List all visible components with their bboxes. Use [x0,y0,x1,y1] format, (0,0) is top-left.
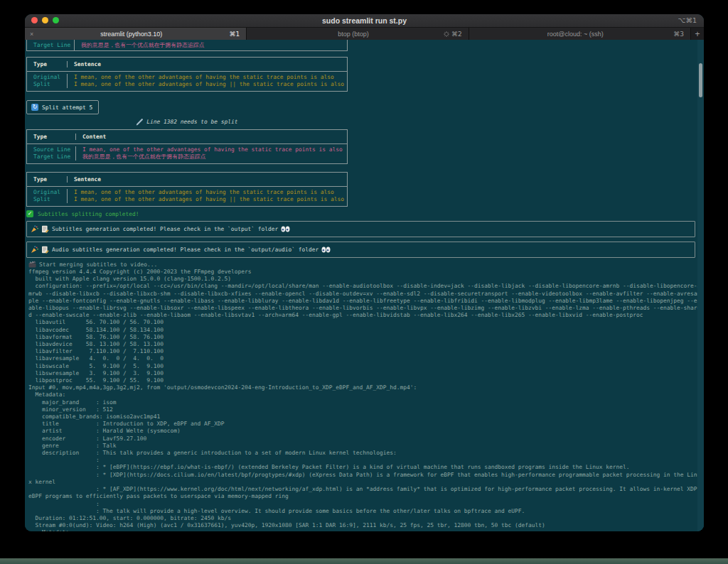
column-header: Sentence [67,176,347,183]
table-cell-type: Split [33,196,67,203]
column-header: Type [27,61,67,67]
merge-message-row: Start merging subtitles to video... [28,261,157,268]
tab-close-icon[interactable]: × [25,31,49,38]
split-result-table-1: Type Sentence Original Split I mean, one… [26,57,348,92]
minimize-window-button[interactable] [42,17,48,23]
new-tab-button[interactable]: + [691,28,704,40]
eyes-icon [281,226,290,232]
split-result-table-2: Type Sentence Original Split I mean, one… [26,172,348,207]
clapperboard-icon [28,261,36,268]
ffmpeg-output: ffmpeg version 4.4.4 Copyright (c) 2000-… [28,269,700,531]
tab-label: root@cloud: ~ (ssh) [493,31,658,38]
tab-ssh[interactable]: root@cloud: ~ (ssh) ⌘3 [469,28,691,40]
close-window-button[interactable] [31,17,38,23]
column-header: Type [27,176,67,183]
table-cell-type: Target Line [33,153,75,161]
table-cell-type: Source Line [33,146,75,153]
spinner-icon [444,31,449,37]
success-message: Subtitles splitting completed! [38,211,139,217]
table-cell-content: 我的意思是，也有一个优点就在于拥有静态追踪点 [74,40,347,50]
table-cell-type: Target Line [27,42,74,48]
table-cell-sentence: I mean, one of the other advantages of h… [74,74,347,81]
tab-btop[interactable]: btop (btop) ⌘2 [247,28,469,40]
info-box-text: Subtitles generation completed! Please c… [52,226,278,232]
success-message-row: ✓ Subtitles splitting completed! [26,210,139,217]
tab-shortcut: ⌘3 [658,31,690,38]
window-shortcut-hint: ⌥⌘1 [678,16,697,24]
pencil-icon [136,119,144,126]
table-cell-type: Split [33,81,67,88]
table-cell-type: Original [33,74,67,81]
window-title: sudo streamlit run st.py [322,16,407,25]
refresh-icon: ↻ [31,104,38,111]
source-target-table: Type Content Source Line Target Line I m… [26,129,348,164]
table-cell-sentence: I mean, one of the other advantages of h… [74,81,347,88]
scrollbar-thumb[interactable] [699,63,702,97]
column-header: Sentence [67,61,347,67]
terminal-window: sudo streamlit run st.py ⌥⌘1 × streamlit… [25,14,704,531]
split-attempt-panel: ↻ Split attempt 5 [26,100,99,114]
tab-label: streamlit (python3.10) [49,31,213,38]
tab-streamlit[interactable]: × streamlit (python3.10) ⌘1 [25,28,247,40]
terminal-content[interactable]: Target Line 我的意思是，也有一个优点就在于拥有静态追踪点 Type … [25,40,704,531]
tab-shortcut: ⌘2 [451,31,462,38]
column-header: Content [75,134,347,140]
merge-message: Start merging subtitles to video... [39,261,157,268]
tab-bar: × streamlit (python3.10) ⌘1 btop (btop) … [25,28,704,40]
zoom-window-button[interactable] [53,17,59,23]
memo-icon [41,225,49,233]
scrollbar-track[interactable] [697,40,704,531]
table-cell-content: I mean, one of the other advantages of h… [82,146,347,153]
memo-icon [41,246,49,254]
table-cell-content: 我的意思是，也有一个优点就在于拥有静态追踪点 [82,153,347,161]
column-header: Type [27,134,75,140]
table-cell-sentence: I mean, one of the other advantages of h… [74,196,347,203]
table-cell-sentence: I mean, one of the other advantages of h… [74,189,347,196]
table-cell-type: Original [33,189,67,196]
traffic-lights [31,17,59,23]
subtitles-completed-box: Subtitles generation completed! Please c… [26,221,695,237]
split-notice: Line 1382 needs to be split [26,119,348,126]
scrolled-table-row: Target Line 我的意思是，也有一个优点就在于拥有静态追踪点 [26,40,348,51]
info-box-text: Audio subtitles generation completed! Pl… [52,246,318,253]
party-popper-icon [31,246,38,254]
tab-label: btop (btop) [271,31,435,38]
tab-shortcut: ⌘1 [213,31,246,38]
eyes-icon [321,246,331,253]
check-icon: ✓ [26,210,33,217]
background-window-edge [0,558,728,564]
audio-subtitles-completed-box: Audio subtitles generation completed! Pl… [26,242,695,258]
split-attempt-label: Split attempt 5 [42,104,92,111]
title-bar: sudo streamlit run st.py ⌥⌘1 [25,14,704,28]
party-popper-icon [31,225,38,233]
